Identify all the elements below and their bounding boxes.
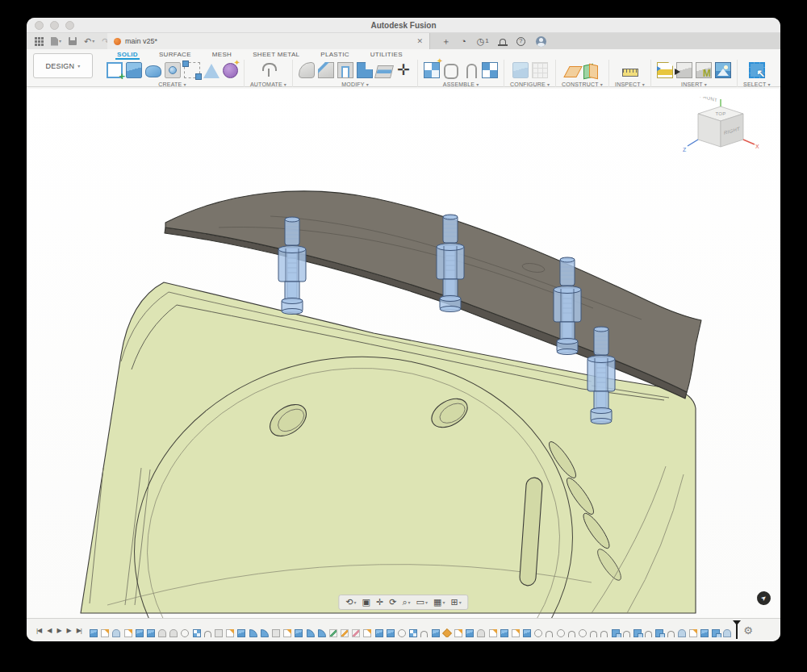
timeline-feature-comp[interactable] (409, 629, 417, 637)
automate-icon[interactable] (261, 62, 277, 78)
timeline-feature-fil[interactable] (318, 629, 326, 637)
timeline-feature-joint[interactable] (600, 631, 608, 637)
timeline-feature-sk[interactable] (124, 629, 132, 637)
grid-layout-icon[interactable]: ▦ ▾ (433, 598, 445, 607)
timeline-feature-ext[interactable] (432, 629, 440, 637)
close-tab-icon[interactable]: ✕ (416, 37, 423, 45)
timeline-feature-sk[interactable] (363, 629, 371, 637)
as-built-joint-icon[interactable] (462, 62, 479, 78)
assemble-menu[interactable]: ASSEMBLE▾ (443, 81, 479, 87)
timeline-feature-joint[interactable] (568, 631, 575, 637)
pattern-icon[interactable] (184, 62, 200, 78)
move-copy-icon[interactable]: ✛ (395, 62, 412, 78)
look-at-icon[interactable]: ▣ (362, 598, 370, 607)
play-button[interactable]: ▶ (56, 627, 61, 634)
timeline-feature-ring[interactable] (557, 629, 565, 637)
midplane-icon[interactable] (583, 62, 599, 78)
timeline-feature-grn[interactable] (329, 629, 337, 637)
timeline-feature-pink[interactable] (352, 629, 360, 637)
workspace-selector[interactable]: DESIGN ▾ (33, 53, 93, 78)
display-settings-icon[interactable]: ▭ ▾ (416, 598, 428, 607)
timeline-feature-ext[interactable] (136, 629, 144, 637)
timeline-feature-ext[interactable] (375, 629, 383, 637)
sweep-icon[interactable] (145, 65, 161, 77)
timeline-feature-comp[interactable] (193, 629, 201, 637)
timeline-feature-ring[interactable] (398, 629, 406, 637)
timeline-feature-joint[interactable] (546, 631, 553, 637)
timeline-feature-fil[interactable] (307, 629, 315, 637)
measure-icon[interactable] (622, 69, 638, 77)
revolve-icon[interactable] (165, 62, 181, 78)
timeline-feature-ext[interactable] (523, 629, 531, 637)
ribbon-tab-solid[interactable]: SOLID (115, 51, 140, 60)
extrude-icon[interactable] (126, 62, 142, 78)
timeline-feature-sk[interactable] (226, 629, 234, 637)
ribbon-tab-mesh[interactable]: MESH (211, 51, 233, 60)
timeline-feature-fil[interactable] (249, 629, 257, 637)
go-to-start-button[interactable]: |◀ (36, 627, 41, 634)
shell-icon[interactable] (337, 62, 353, 78)
timeline-feature-sk[interactable] (101, 629, 109, 637)
job-status-icon[interactable]: ◷1 (477, 37, 489, 46)
viewports-icon[interactable]: ⊞ ▾ (450, 598, 461, 607)
undo-icon[interactable]: ↶▾ (84, 37, 94, 46)
timeline-feature-joint[interactable] (204, 631, 211, 637)
ribbon-tab-utilities[interactable]: UTILITIES (369, 51, 404, 60)
timeline-feature-ext[interactable] (466, 629, 474, 637)
ribbon-tab-surface[interactable]: SURFACE (157, 51, 193, 60)
fillet-icon[interactable] (299, 62, 315, 78)
modify-menu[interactable]: MODIFY▾ (341, 81, 369, 87)
chamfer-icon[interactable] (318, 62, 334, 78)
timeline-feature-snap[interactable] (655, 629, 663, 637)
timeline-feature-diam[interactable] (442, 628, 452, 637)
automate-menu[interactable]: AUTOMATE▾ (250, 81, 286, 87)
loft-icon[interactable] (203, 64, 220, 78)
timeline-feature-sk[interactable] (689, 629, 697, 637)
timeline-feature-joint[interactable] (667, 631, 675, 637)
configuration-icon[interactable] (512, 62, 529, 78)
document-tab[interactable]: main v25* ✕ (107, 33, 430, 49)
timeline-feature-dome[interactable] (112, 629, 120, 637)
step-back-button[interactable]: ◀ (47, 627, 51, 634)
timeline-settings-gear-icon[interactable]: ⚙ (743, 624, 753, 637)
help-icon[interactable]: ? (516, 37, 525, 46)
timeline-feature-sk[interactable] (454, 629, 462, 637)
new-tab-icon[interactable]: ＋ (441, 37, 450, 46)
viewport-canvas[interactable]: TOP FRONT RIGHT X Z ⟲ ▾▣✛⟳⌕ ▾▭ ▾▦ ▾⊞ ▾ ➤ (27, 89, 780, 618)
timeline-feature-joint[interactable] (420, 631, 428, 637)
create-sketch-icon[interactable] (107, 62, 123, 78)
step-forward-button[interactable]: ▶ (67, 627, 71, 634)
timeline-feature-gdome[interactable] (169, 629, 178, 637)
timeline-feature-gdome[interactable] (477, 629, 485, 637)
configure-menu[interactable]: CONFIGURE▾ (510, 81, 550, 87)
timeline-feature-ext[interactable] (500, 629, 508, 637)
timeline-feature-ext[interactable] (147, 629, 155, 637)
combine-icon[interactable] (357, 62, 373, 78)
timeline-feature-sk[interactable] (512, 629, 520, 637)
timeline-feature-snap[interactable] (612, 629, 620, 637)
select-icon[interactable] (749, 62, 765, 78)
orbit-icon[interactable]: ⟲ ▾ (345, 598, 356, 607)
create-form-icon[interactable] (223, 63, 238, 78)
save-icon[interactable] (69, 37, 77, 45)
zoom-icon[interactable]: ⌕ ▾ (402, 598, 410, 607)
ribbon-tab-sheet-metal[interactable]: SHEET METAL (251, 51, 301, 60)
timeline-feature-org[interactable] (341, 629, 349, 637)
timeline-feature-jointp[interactable] (590, 631, 597, 637)
go-to-end-button[interactable]: ▶| (77, 627, 82, 634)
file-menu-icon[interactable]: ▾ (51, 37, 61, 46)
viewcube[interactable]: TOP FRONT RIGHT X Z (682, 97, 759, 158)
insert-canvas-icon[interactable] (715, 62, 731, 78)
timeline-feature-box[interactable] (272, 629, 280, 637)
timeline-feature-joint[interactable] (623, 631, 630, 637)
timeline-feature-ext[interactable] (237, 629, 245, 637)
pan-icon[interactable]: ✛ (376, 598, 383, 607)
timeline-feature-ring[interactable] (534, 629, 542, 637)
timeline-feature-ext[interactable] (700, 629, 709, 637)
inspect-menu[interactable]: INSPECT▾ (615, 81, 645, 87)
timeline-feature-joint[interactable] (645, 631, 652, 637)
new-component-icon[interactable] (424, 62, 440, 78)
snap-fit-icon[interactable] (482, 62, 498, 78)
timeline-feature-ring[interactable] (181, 629, 189, 637)
select-menu[interactable]: SELECT▾ (743, 81, 771, 87)
